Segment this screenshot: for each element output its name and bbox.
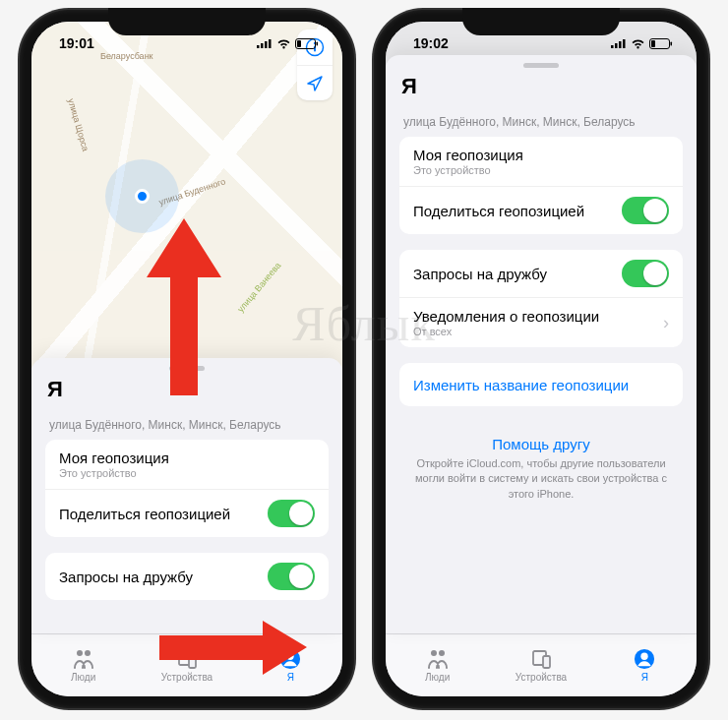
svg-point-25: [431, 650, 437, 656]
wifi-icon: [276, 38, 291, 49]
notch: [108, 8, 266, 35]
map-street-1: улица Буденного: [157, 176, 226, 207]
svg-rect-23: [651, 40, 655, 47]
devices-icon: [529, 648, 553, 670]
iphone-mockup-right: 19:02 Я улица Будённого, Минск, Минск, Б…: [374, 10, 708, 708]
location-notifications-label: Уведомления о геопозиции: [413, 308, 599, 325]
battery-icon: [649, 38, 673, 49]
signal-icon: [611, 38, 627, 48]
people-icon: [72, 648, 95, 670]
notch: [462, 8, 620, 35]
help-friend-section: Помощь другу Откройте iCloud.com, чтобы …: [399, 422, 683, 515]
svg-marker-17: [159, 621, 307, 675]
rename-location-row[interactable]: Изменить название геопозиции: [399, 363, 683, 406]
my-location-sub: Это устройство: [59, 467, 169, 479]
tab-devices[interactable]: Устройства: [489, 634, 592, 696]
address-label: улица Будённого, Минск, Минск, Беларусь: [399, 109, 683, 137]
share-location-row: Поделиться геопозицией: [399, 186, 683, 234]
help-friend-text: Откройте iCloud.com, чтобы другие пользо…: [409, 456, 673, 502]
svg-point-26: [439, 650, 445, 656]
map-locate-button[interactable]: [297, 65, 333, 100]
svg-point-11: [77, 650, 83, 656]
friend-requests-toggle[interactable]: [268, 563, 315, 590]
share-location-toggle[interactable]: [268, 500, 315, 527]
signal-icon: [257, 38, 273, 48]
svg-rect-18: [611, 45, 614, 48]
svg-point-30: [641, 653, 648, 660]
user-location-dot: [135, 189, 150, 204]
friend-requests-row: Запросы на дружбу: [399, 250, 683, 297]
tab-people[interactable]: Люди: [31, 634, 135, 696]
status-icons: [257, 38, 323, 49]
tutorial-arrow-up: [145, 218, 223, 395]
sheet-title: Я: [386, 72, 697, 109]
status-icons: [611, 38, 677, 49]
tab-people-label: Люди: [71, 672, 95, 683]
my-location-row[interactable]: Моя геопозиция Это устройство: [45, 440, 329, 489]
share-location-label: Поделиться геопозицией: [59, 506, 230, 522]
my-location-label: Моя геопозиция: [59, 450, 169, 466]
svg-rect-3: [269, 39, 272, 48]
svg-marker-10: [147, 218, 221, 395]
tab-bar: Люди Устройства Я: [386, 633, 697, 696]
sheet-grabber[interactable]: [523, 63, 559, 68]
status-time: 19:02: [405, 35, 449, 51]
iphone-mockup-left: 19:01 Беларусбанк улица Буденного улица …: [20, 10, 354, 708]
svg-rect-20: [619, 41, 622, 48]
friend-requests-label: Запросы на дружбу: [59, 569, 193, 585]
me-icon: [633, 648, 656, 670]
location-notifications-row[interactable]: Уведомления о геопозиции От всех ›: [399, 297, 683, 347]
svg-rect-5: [297, 40, 301, 47]
my-location-label: Моя геопозиция: [413, 147, 523, 163]
chevron-right-icon: ›: [663, 313, 669, 333]
my-location-sub: Это устройство: [413, 164, 523, 176]
me-sheet[interactable]: Я улица Будённого, Минск, Минск, Беларус…: [31, 358, 342, 633]
status-time: 19:01: [51, 35, 94, 51]
my-location-row[interactable]: Моя геопозиция Это устройство: [399, 137, 683, 186]
friend-requests-label: Запросы на дружбу: [413, 266, 547, 282]
svg-point-12: [85, 650, 91, 656]
svg-rect-0: [257, 45, 260, 48]
people-icon: [426, 648, 450, 670]
map-street-3: улица Щорса: [66, 97, 91, 152]
svg-rect-19: [615, 43, 618, 48]
friend-requests-toggle[interactable]: [622, 260, 669, 287]
wifi-icon: [631, 38, 645, 49]
address-label: улица Будённого, Минск, Минск, Беларусь: [45, 412, 329, 440]
svg-rect-24: [671, 41, 673, 45]
svg-rect-2: [265, 41, 268, 48]
tab-people[interactable]: Люди: [386, 634, 489, 696]
tab-me[interactable]: Я: [593, 634, 697, 696]
map-street-2: улица Ванеева: [235, 261, 282, 315]
tutorial-arrow-right: [159, 621, 307, 675]
svg-rect-21: [623, 39, 626, 48]
location-notifications-sub: От всех: [413, 326, 599, 337]
share-location-label: Поделиться геопозицией: [413, 203, 584, 219]
help-friend-link[interactable]: Помощь другу: [409, 436, 673, 452]
me-sheet-expanded[interactable]: Я улица Будённого, Минск, Минск, Беларус…: [386, 55, 697, 633]
svg-rect-6: [317, 41, 319, 45]
tab-devices-label: Устройства: [516, 672, 567, 683]
tab-people-label: Люди: [425, 672, 450, 683]
svg-rect-28: [543, 656, 550, 668]
battery-icon: [295, 38, 319, 49]
share-location-row: Поделиться геопозицией: [45, 489, 329, 537]
svg-rect-1: [261, 43, 264, 48]
share-location-toggle[interactable]: [622, 197, 669, 224]
location-arrow-icon: [306, 75, 324, 92]
friend-requests-row: Запросы на дружбу: [45, 553, 329, 600]
tab-me-label: Я: [641, 672, 648, 683]
rename-location-label: Изменить название геопозиции: [413, 377, 629, 393]
